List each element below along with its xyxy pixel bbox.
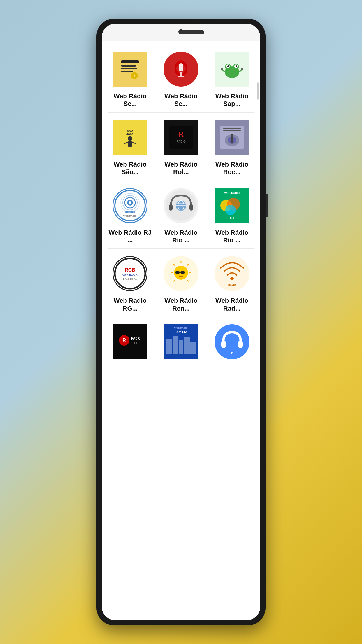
list-item[interactable]: RGB WEB RADIO BRASILEIRA Web Radio RG... xyxy=(105,249,156,317)
svg-text:RGB: RGB xyxy=(125,267,136,272)
radio-grid: ♪ Web Rádio Se... xyxy=(102,44,260,370)
logo-image: FAMÍLIA WEB RÁDIO xyxy=(164,324,198,359)
svg-rect-28 xyxy=(128,141,132,147)
svg-rect-81 xyxy=(113,324,147,359)
list-item[interactable]: R RADIO FT xyxy=(105,317,156,370)
list-item[interactable]: SÃO JOSÉ Web Rádio São... xyxy=(105,113,156,181)
logo-container xyxy=(213,118,251,156)
scrollbar[interactable] xyxy=(257,82,259,100)
phone-frame: ♪ Web Rádio Se... xyxy=(96,19,266,625)
svg-rect-11 xyxy=(178,76,184,77)
svg-rect-2 xyxy=(121,65,136,66)
content-area: ♪ Web Rádio Se... xyxy=(102,41,260,620)
svg-rect-10 xyxy=(180,72,182,76)
logo-image xyxy=(164,256,198,291)
svg-point-19 xyxy=(236,65,237,67)
logo-image: ♪ xyxy=(113,52,147,87)
logo-image: pérola WEB RÁDIO xyxy=(113,188,147,223)
svg-point-62 xyxy=(115,258,145,289)
svg-rect-49 xyxy=(169,204,173,211)
logo-container: ♪ xyxy=(111,50,149,88)
item-label: Web Rádio Rio ... xyxy=(159,229,204,244)
logo-image: R RADIO FT xyxy=(113,324,147,359)
logo-container: SÃO JOSÉ xyxy=(111,118,149,156)
logo-image xyxy=(215,52,249,87)
item-label: Web Rádio Rio ... xyxy=(209,229,254,244)
svg-text:RIO: RIO xyxy=(230,217,234,219)
svg-text:WEB RADIO: WEB RADIO xyxy=(123,274,138,277)
logo-container: R RADIO FT xyxy=(111,323,149,361)
item-label: Web Rádio RJ ... xyxy=(108,229,153,244)
logo-image xyxy=(164,52,198,87)
svg-text:JOSÉ: JOSÉ xyxy=(126,133,133,136)
logo-container: RGB WEB RADIO BRASILEIRA xyxy=(111,255,149,293)
svg-point-27 xyxy=(128,136,132,141)
svg-rect-90 xyxy=(184,337,190,354)
svg-rect-96 xyxy=(238,340,243,348)
logo-container: R RÁDIO xyxy=(162,118,200,156)
list-item[interactable]: Web Rádio Ren... xyxy=(156,249,207,317)
logo-image: RGB WEB RADIO BRASILEIRA xyxy=(113,256,147,291)
volume-button xyxy=(266,194,268,217)
logo-container: RÁDIO xyxy=(213,255,251,293)
svg-rect-35 xyxy=(223,128,241,129)
list-item[interactable]: Web Rádio Sap... xyxy=(206,44,257,112)
list-item[interactable]: Web Rádio Se... xyxy=(156,44,207,112)
list-item[interactable]: P xyxy=(206,317,257,370)
logo-container: WEB RADIO RIO xyxy=(213,187,251,225)
svg-text:FAMÍLIA: FAMÍLIA xyxy=(175,330,187,334)
top-bar xyxy=(102,24,260,41)
svg-text:SÃO: SÃO xyxy=(127,129,133,132)
phone-screen: ♪ Web Rádio Se... xyxy=(102,24,260,620)
list-item[interactable]: FAMÍLIA WEB RÁDIO xyxy=(156,317,207,370)
svg-point-60 xyxy=(225,205,236,215)
svg-rect-36 xyxy=(223,130,241,131)
svg-text:FT: FT xyxy=(134,341,138,344)
logo-container: P xyxy=(213,323,251,361)
svg-text:pérola: pérola xyxy=(125,210,135,214)
speaker xyxy=(181,30,204,34)
item-label: Web Rádio Se... xyxy=(108,92,153,108)
svg-rect-50 xyxy=(189,204,193,211)
svg-rect-91 xyxy=(190,342,196,354)
svg-text:RÁDIO: RÁDIO xyxy=(228,284,236,286)
svg-text:RÁDIO: RÁDIO xyxy=(176,140,186,143)
svg-text:RADIO: RADIO xyxy=(131,337,140,340)
list-item[interactable]: WEB RADIO RIO Web Rádio Rio ... xyxy=(206,181,257,249)
logo-image: WEB RADIO RIO xyxy=(215,188,249,223)
svg-text:WEB RÁDIO: WEB RÁDIO xyxy=(123,215,137,217)
svg-text:BRASILEIRA: BRASILEIRA xyxy=(123,278,137,280)
item-label: Web Rádio Ren... xyxy=(159,297,204,312)
svg-rect-4 xyxy=(121,71,133,72)
list-item[interactable]: pérola WEB RÁDIO Web Rádio RJ ... xyxy=(105,181,156,249)
logo-image: P xyxy=(215,324,249,359)
logo-image xyxy=(164,188,198,223)
svg-rect-69 xyxy=(181,271,185,274)
list-item[interactable]: R RÁDIO Web Rádio Rol... xyxy=(156,113,207,181)
list-item[interactable]: Web Rádio Roc... xyxy=(206,113,257,181)
logo-image xyxy=(215,120,249,155)
item-label: Web Rádio São... xyxy=(108,161,153,176)
item-label: Web Rádio Se... xyxy=(159,92,204,108)
svg-text:P: P xyxy=(231,351,233,354)
svg-rect-23 xyxy=(241,68,243,70)
logo-container xyxy=(162,255,200,293)
svg-rect-3 xyxy=(121,68,137,69)
svg-rect-22 xyxy=(221,68,223,70)
svg-text:R: R xyxy=(178,130,184,139)
list-item[interactable]: ♪ Web Rádio Se... xyxy=(105,44,156,112)
svg-rect-39 xyxy=(231,134,233,143)
logo-container xyxy=(162,187,200,225)
logo-image: SÃO JOSÉ xyxy=(113,120,147,155)
list-item[interactable]: Web Rádio Rio ... xyxy=(156,181,207,249)
svg-rect-68 xyxy=(175,271,180,274)
svg-text:R: R xyxy=(123,338,126,343)
svg-rect-1 xyxy=(121,60,139,63)
list-item[interactable]: RÁDIO Web Rádio Rad... xyxy=(206,249,257,317)
item-label: Web Rádio Rol... xyxy=(159,161,204,176)
logo-image: R RÁDIO xyxy=(164,120,198,155)
svg-text:♪: ♪ xyxy=(133,73,136,78)
logo-container: FAMÍLIA WEB RÁDIO xyxy=(162,323,200,361)
svg-rect-87 xyxy=(166,339,172,354)
logo-image: RÁDIO xyxy=(215,256,249,291)
